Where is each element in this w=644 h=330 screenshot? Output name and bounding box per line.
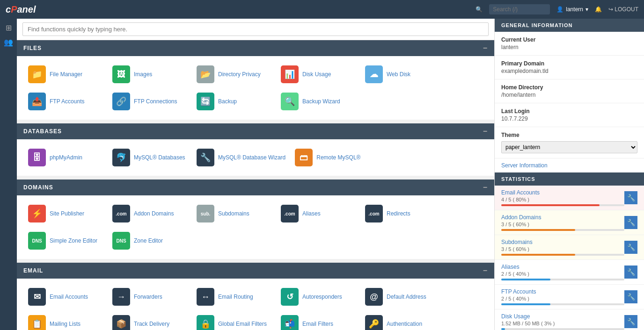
grid-item-addon-domains[interactable]: .comAddon Domains	[108, 201, 192, 226]
label-addon-domains: Addon Domains	[134, 210, 174, 217]
home-directory-value: /home/lantern	[501, 92, 637, 98]
stat-value: 3 / 5 ( 60% )	[501, 222, 624, 227]
icon-subdomains: sub.	[197, 205, 214, 222]
label-site-publisher: Site Publisher	[50, 210, 84, 217]
stat-value: 3 / 5 ( 60% )	[501, 246, 624, 252]
section-body-databases: 🗄phpMyAdmin🐬MySQL® Databases🔧MySQL® Data…	[17, 139, 494, 176]
grid-item-autoresponders[interactable]: ↺Autoresponders	[276, 284, 360, 309]
icon-zone-editor: DNS	[112, 232, 130, 250]
header-user[interactable]: 👤 lantern ▾	[556, 6, 588, 13]
stat-label[interactable]: Addon Domains	[501, 214, 624, 221]
stat-bar	[501, 328, 505, 330]
stat-bar-wrap	[501, 204, 624, 206]
section-collapse-files[interactable]: −	[483, 44, 488, 52]
grid-item-email-accounts[interactable]: ✉Email Accounts	[23, 284, 108, 309]
grid-item-mysql-wizard[interactable]: 🔧MySQL® Database Wizard	[192, 145, 290, 170]
grid-item-file-manager[interactable]: 📁File Manager	[23, 62, 108, 87]
grid-item-phpmyadmin[interactable]: 🗄phpMyAdmin	[23, 145, 108, 170]
stat-item-aliases: Aliases2 / 5 ( 40% )🔧	[495, 260, 644, 285]
label-directory-privacy: Directory Privacy	[218, 71, 261, 78]
main-layout: ⊞ 👥 FILES−📁File Manager🖼Images📂Directory…	[0, 19, 644, 330]
label-email-accounts: Email Accounts	[50, 294, 88, 300]
grid-item-global-email-filters[interactable]: 🔒Global Email Filters	[192, 311, 276, 330]
stat-content: Email Accounts4 / 5 ( 80% )	[501, 189, 624, 206]
function-search-input[interactable]	[22, 22, 489, 36]
stat-wrench-icon[interactable]: 🔧	[624, 290, 637, 303]
stat-label[interactable]: FTP Accounts	[501, 288, 624, 295]
grid-item-mysql-databases[interactable]: 🐬MySQL® Databases	[108, 145, 192, 170]
grid-item-directory-privacy[interactable]: 📂Directory Privacy	[192, 62, 276, 87]
stat-bar	[501, 204, 600, 206]
grid-item-zone-editor[interactable]: DNSZone Editor	[108, 228, 192, 253]
icon-email-routing: ↔	[197, 288, 214, 306]
stat-label[interactable]: Email Accounts	[501, 189, 624, 196]
stat-wrench-icon[interactable]: 🔧	[624, 315, 637, 328]
stat-bar-wrap	[501, 279, 624, 280]
grid-item-ftp-accounts[interactable]: 📤FTP Accounts	[23, 89, 108, 114]
grid-item-email-routing[interactable]: ↔Email Routing	[192, 284, 276, 309]
grid-item-ftp-connections[interactable]: 🔗FTP Connections	[108, 89, 192, 114]
logout-button[interactable]: ↪ LOGOUT	[608, 6, 638, 13]
grid-item-aliases[interactable]: .comAliases	[276, 201, 360, 226]
grid-item-simple-zone-editor[interactable]: DNSSimple Zone Editor	[23, 228, 108, 253]
stat-item-disk-usage: Disk Usage1.52 MB / 50 MB ( 3% )🔧	[495, 309, 644, 330]
stat-bar	[501, 254, 575, 256]
grid-icon[interactable]: ⊞	[6, 23, 12, 32]
stat-value: 1.52 MB / 50 MB ( 3% )	[501, 321, 624, 326]
label-web-disk: Web Disk	[387, 71, 410, 78]
grid-item-subdomains[interactable]: sub.Subdomains	[192, 201, 276, 226]
label-redirects: Redirects	[387, 210, 410, 217]
grid-item-images[interactable]: 🖼Images	[108, 62, 192, 87]
stat-item-email-accounts: Email Accounts4 / 5 ( 80% )🔧	[495, 186, 644, 210]
label-aliases: Aliases	[302, 210, 321, 217]
icon-backup: 🔄	[197, 93, 214, 110]
stat-bar-wrap	[501, 254, 624, 256]
label-file-manager: File Manager	[50, 71, 82, 78]
stat-bar-wrap	[501, 328, 624, 330]
home-directory-block: Home Directory /home/lantern	[495, 79, 644, 103]
section-files: FILES−📁File Manager🖼Images📂Directory Pri…	[17, 40, 494, 120]
stat-label[interactable]: Disk Usage	[501, 313, 624, 320]
grid-item-web-disk[interactable]: ☁Web Disk	[360, 62, 445, 87]
section-collapse-domains[interactable]: −	[483, 183, 488, 192]
section-label-files: FILES	[23, 45, 42, 51]
home-directory-label: Home Directory	[501, 84, 637, 91]
grid-item-redirects[interactable]: .comRedirects	[360, 201, 445, 226]
stat-wrench-icon[interactable]: 🔧	[624, 216, 637, 229]
icon-directory-privacy: 📂	[197, 65, 214, 83]
grid-item-email-filters[interactable]: 📬Email Filters	[276, 311, 360, 330]
section-collapse-databases[interactable]: −	[483, 127, 488, 136]
header-search-input[interactable]	[489, 4, 550, 14]
section-collapse-email[interactable]: −	[483, 266, 488, 275]
stat-wrench-icon[interactable]: 🔧	[624, 191, 637, 204]
label-track-delivery: Track Delivery	[134, 321, 169, 327]
stat-wrench-icon[interactable]: 🔧	[624, 265, 637, 279]
users-icon[interactable]: 👥	[4, 38, 13, 47]
grid-item-forwarders[interactable]: →Forwarders	[108, 284, 192, 309]
current-user-block: Current User lantern	[495, 32, 644, 56]
grid-item-disk-usage[interactable]: 📊Disk Usage	[276, 62, 360, 87]
notification-bell-icon[interactable]: 🔔	[595, 6, 602, 13]
stat-label[interactable]: Subdomains	[501, 239, 624, 245]
section-body-email: ✉Email Accounts→Forwarders↔Email Routing…	[17, 279, 494, 330]
server-info-link[interactable]: Server Information	[495, 158, 644, 172]
icon-track-delivery: 📦	[112, 315, 130, 330]
grid-item-remote-mysql[interactable]: 🗃Remote MySQL®	[290, 145, 374, 170]
section-header-email: EMAIL−	[17, 263, 494, 279]
grid-item-mailing-lists[interactable]: 📋Mailing Lists	[23, 311, 108, 330]
icon-file-manager: 📁	[28, 65, 46, 83]
stat-wrench-icon[interactable]: 🔧	[624, 241, 637, 254]
theme-select[interactable]: paper_lantern	[501, 141, 637, 153]
grid-item-backup-wizard[interactable]: 🔍Backup Wizard	[276, 89, 360, 114]
app-header: cPanel 🔍 👤 lantern ▾ 🔔 ↪ LOGOUT	[0, 0, 644, 19]
section-label-databases: DATABASES	[23, 128, 62, 135]
icon-backup-wizard: 🔍	[281, 93, 299, 110]
grid-item-authentication[interactable]: 🔑Authentication	[360, 311, 445, 330]
stat-label[interactable]: Aliases	[501, 264, 624, 270]
grid-item-site-publisher[interactable]: ⚡Site Publisher	[23, 201, 108, 226]
grid-item-track-delivery[interactable]: 📦Track Delivery	[108, 311, 192, 330]
label-images: Images	[134, 71, 152, 78]
search-icon: 🔍	[476, 6, 483, 13]
grid-item-backup[interactable]: 🔄Backup	[192, 89, 276, 114]
grid-item-default-address[interactable]: @Default Address	[360, 284, 445, 309]
